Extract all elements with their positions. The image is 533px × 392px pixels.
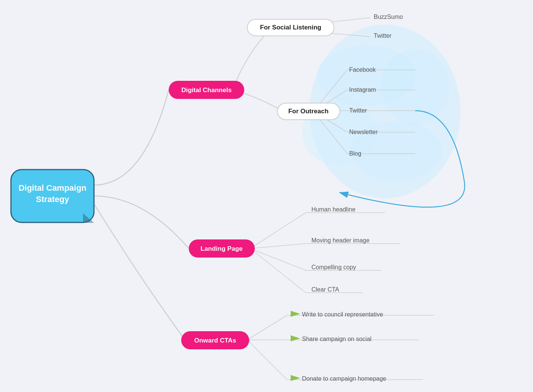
svg-text:Instagram: Instagram <box>349 86 376 93</box>
svg-text:Newsletter: Newsletter <box>349 129 378 135</box>
svg-text:Clear CTA: Clear CTA <box>311 286 339 293</box>
svg-text:Facebook: Facebook <box>349 66 376 73</box>
svg-point-3 <box>381 49 449 125</box>
svg-text:Twitter: Twitter <box>374 32 392 39</box>
svg-text:Moving header image: Moving header image <box>311 237 370 244</box>
svg-text:Write to council representativ: Write to council representative <box>302 311 383 318</box>
svg-text:Compelling copy: Compelling copy <box>311 264 356 270</box>
svg-text:Blog: Blog <box>349 150 361 157</box>
svg-text:Twitter: Twitter <box>349 107 367 114</box>
svg-text:BuzzSumo: BuzzSumo <box>374 14 403 20</box>
svg-text:Human headline: Human headline <box>311 206 356 213</box>
svg-text:Donate to campaign homepage: Donate to campaign homepage <box>302 375 386 382</box>
svg-text:Share campaign on social: Share campaign on social <box>302 336 371 342</box>
